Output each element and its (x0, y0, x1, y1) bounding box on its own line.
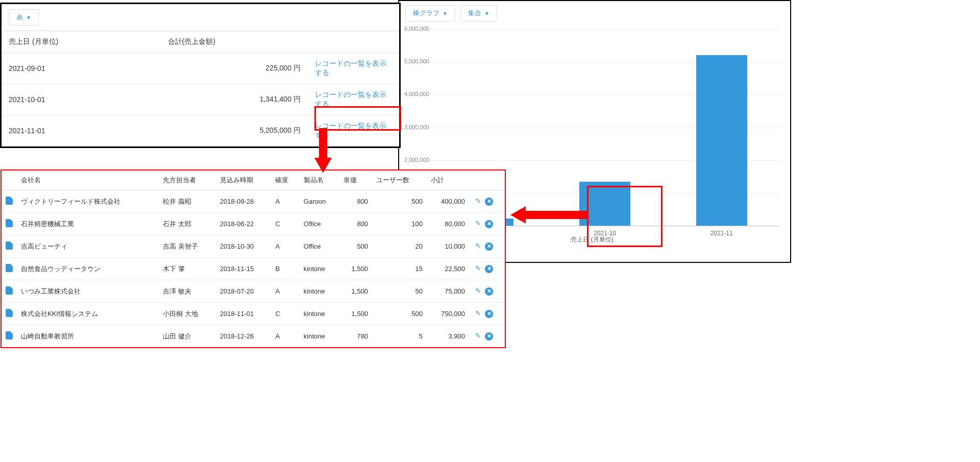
cell-product: kintone (300, 258, 339, 280)
summary-total: 5,205,000 円 (161, 115, 308, 147)
cell-forecast: 2018-09-28 (216, 190, 272, 213)
cell-product: kintone (300, 325, 339, 348)
y-tick-label: 6,000,000 (404, 26, 427, 32)
summary-header-total: 合計(売上金額) (161, 31, 308, 53)
record-icon[interactable] (6, 197, 13, 205)
cell-contact: 山田 健介 (159, 325, 216, 348)
y-tick-label: 2,000,000 (404, 157, 427, 163)
table-row: ヴィクトリーフィールド株式会社松井 義昭2018-09-28AGaroon800… (2, 190, 505, 213)
cell-users: 20 (372, 235, 427, 258)
cell-users: 15 (372, 258, 427, 280)
table-row: 山崎自動車教習所山田 健介2018-12-26Akintone78053,900… (2, 325, 505, 348)
cell-forecast: 2018-11-15 (216, 258, 272, 280)
table-row: 石井精密機械工業石井 太郎2018-06-22COffice80010080,0… (2, 213, 505, 235)
record-icon[interactable] (6, 286, 13, 295)
view-type-label: 表 (16, 13, 23, 22)
edit-icon[interactable]: ✎ (475, 332, 481, 339)
cell-contact: 吉高 美智子 (159, 235, 216, 258)
cell-company: 株式会社KKI情報システム (17, 303, 159, 325)
summary-total: 1,341,400 円 (161, 84, 308, 115)
cell-price: 1,500 (339, 303, 372, 325)
arrow-down-icon (314, 128, 332, 174)
chevron-down-icon: ▼ (443, 11, 448, 16)
y-gridline: 6,000,000 (430, 29, 780, 30)
delete-icon[interactable]: ✕ (485, 198, 493, 206)
edit-icon[interactable]: ✎ (475, 220, 481, 227)
cell-subtotal: 10,000 (427, 235, 469, 258)
show-records-link[interactable]: レコードの一覧を表示する (315, 90, 386, 108)
cell-company: 山崎自動車教習所 (17, 325, 159, 348)
cell-subtotal: 3,900 (427, 325, 469, 348)
delete-icon[interactable]: ✕ (485, 310, 493, 318)
show-records-link[interactable]: レコードの一覧を表示する (315, 59, 386, 77)
chart-toolbar: 棒グラフ ▼ 集合 ▼ (399, 1, 790, 26)
y-tick-label: 4,000,000 (404, 91, 427, 97)
edit-icon[interactable]: ✎ (475, 264, 481, 272)
delete-icon[interactable]: ✕ (485, 220, 493, 228)
summary-header-row: 売上日 (月単位) 合計(売上金額) (2, 31, 399, 53)
cell-users: 500 (372, 190, 427, 213)
summary-row: 2021-10-011,341,400 円レコードの一覧を表示する (2, 84, 399, 115)
chevron-down-icon: ▼ (26, 15, 31, 20)
edit-icon[interactable]: ✎ (475, 197, 481, 205)
cell-users: 5 (372, 325, 427, 348)
summary-header-action (308, 31, 399, 53)
cell-confidence: C (271, 303, 299, 325)
col-forecast: 見込み時期 (216, 171, 272, 190)
summary-total: 225,000 円 (161, 53, 308, 84)
delete-icon[interactable]: ✕ (485, 265, 493, 273)
cell-price: 1,500 (339, 258, 372, 280)
cell-price: 780 (339, 325, 372, 348)
edit-icon[interactable]: ✎ (475, 309, 481, 317)
summary-panel: 表 ▼ 売上日 (月単位) 合計(売上金額) 2021-09-01225,000… (0, 3, 401, 148)
cell-company: ヴィクトリーフィールド株式会社 (17, 190, 159, 213)
summary-date: 2021-09-01 (2, 53, 161, 84)
cell-subtotal: 80,000 (427, 213, 469, 235)
summary-row: 2021-11-015,205,000 円レコードの一覧を表示する (2, 115, 399, 147)
view-type-dropdown[interactable]: 表 ▼ (9, 9, 39, 26)
cell-subtotal: 400,000 (427, 190, 469, 213)
col-price: 単価 (339, 171, 372, 190)
col-subtotal: 小計 (427, 171, 469, 190)
delete-icon[interactable]: ✕ (485, 242, 493, 251)
cell-price: 800 (339, 190, 372, 213)
table-row: 株式会社KKI情報システム小田桐 大地2018-11-01Ckintone1,5… (2, 303, 505, 325)
detail-panel: 会社名 先方担当者 見込み時期 確度 製品名 単価 ユーザー数 小計 ヴィクトリ… (1, 169, 506, 348)
aggregation-label: 集合 (468, 9, 481, 18)
table-row: 自然食品ウッディータウン木下 肇2018-11-15Bkintone1,5001… (2, 258, 505, 280)
detail-table: 会社名 先方担当者 見込み時期 確度 製品名 単価 ユーザー数 小計 ヴィクトリ… (2, 171, 505, 347)
chart-bar[interactable]: 2021-11 (696, 55, 747, 226)
aggregation-dropdown[interactable]: 集合 ▼ (460, 5, 497, 21)
y-tick-label: 3,000,000 (404, 124, 427, 130)
cell-contact: 木下 肇 (159, 258, 216, 280)
record-icon[interactable] (6, 241, 13, 250)
col-users: ユーザー数 (372, 171, 427, 190)
summary-toolbar: 表 ▼ (2, 4, 399, 31)
edit-icon[interactable]: ✎ (475, 242, 481, 250)
record-icon[interactable] (6, 264, 13, 272)
delete-icon[interactable]: ✕ (485, 287, 493, 296)
table-row: いつみ工業株式会社吉澤 敏夫2018-07-20Akintone1,500507… (2, 280, 505, 303)
cell-confidence: C (271, 213, 299, 235)
cell-users: 50 (372, 280, 427, 303)
cell-company: 自然食品ウッディータウン (17, 258, 159, 280)
delete-icon[interactable]: ✕ (485, 332, 493, 341)
cell-price: 500 (339, 235, 372, 258)
cell-product: kintone (300, 303, 339, 325)
cell-confidence: B (271, 258, 299, 280)
cell-contact: 小田桐 大地 (159, 303, 216, 325)
cell-price: 1,500 (339, 280, 372, 303)
record-icon[interactable] (6, 309, 13, 317)
cell-users: 100 (372, 213, 427, 235)
col-confidence: 確度 (271, 171, 299, 190)
record-icon[interactable] (6, 219, 13, 227)
edit-icon[interactable]: ✎ (475, 287, 481, 295)
record-icon[interactable] (6, 331, 13, 339)
col-company: 会社名 (17, 171, 159, 190)
cell-product: Office (300, 213, 339, 235)
cell-users: 500 (372, 303, 427, 325)
y-tick-label: 5,000,000 (404, 58, 427, 64)
summary-date: 2021-11-01 (2, 115, 161, 147)
cell-forecast: 2018-12-26 (216, 325, 272, 348)
chart-type-dropdown[interactable]: 棒グラフ ▼ (405, 5, 455, 21)
